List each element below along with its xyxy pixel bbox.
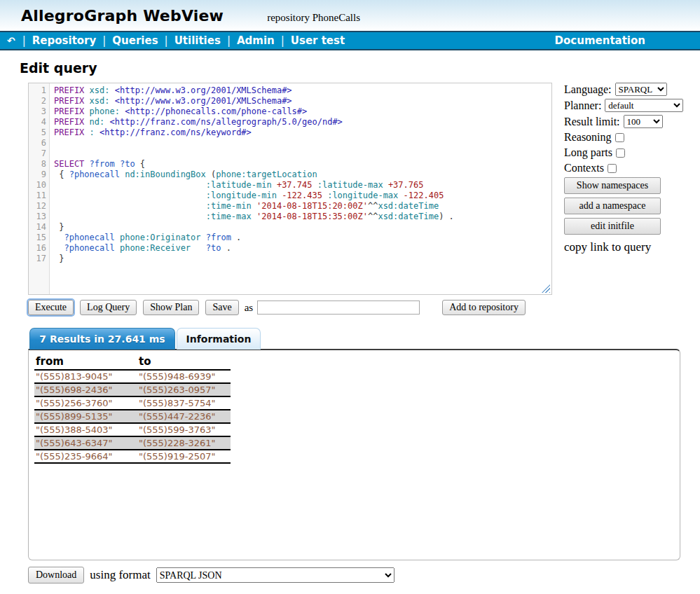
column-header-from: from: [34, 354, 137, 370]
code-line: PREFIX nd: <http://franz.com/ns/allegrog…: [54, 117, 454, 127]
format-label: using format: [90, 568, 150, 582]
show-namespaces-button[interactable]: Show namespaces: [564, 177, 661, 194]
result-cell: "(555)948-6939": [137, 370, 231, 383]
planner-label: Planner:: [564, 99, 601, 112]
line-number: 10: [29, 180, 46, 191]
code-line: :time-min '2014-08-18T15:20:00Z'^^xsd:da…: [54, 201, 454, 212]
result-row: "(555)813-9045""(555)948-6939": [34, 370, 231, 383]
nav-separator: |: [102, 34, 106, 47]
code-line: ?phonecall phone:Originator ?from .: [54, 233, 454, 243]
result-cell: "(555)813-9045": [34, 370, 137, 383]
line-number: 12: [29, 201, 46, 212]
result-cell: "(555)228-3261": [137, 436, 231, 450]
nav-separator: |: [22, 34, 26, 47]
namespace-buttons: Show namespacesadd a namespaceedit initf…: [564, 177, 699, 235]
nav-item-user-test[interactable]: User test: [291, 34, 345, 47]
reasoning-label: Reasoning: [564, 131, 612, 144]
code-line: :time-max '2014-08-18T15:35:00Z'^^xsd:da…: [54, 212, 454, 222]
result-cell: "(555)599-3763": [137, 423, 231, 436]
result-limit-select[interactable]: 100: [624, 115, 663, 128]
log-query-button[interactable]: Log Query: [80, 300, 137, 315]
format-select[interactable]: SPARQL JSON: [156, 567, 394, 583]
result-cell: "(555)256-3760": [34, 396, 137, 410]
result-cell: "(555)899-5135": [34, 410, 137, 423]
line-number: 1: [29, 85, 46, 96]
query-editor[interactable]: 1234567891011121314151617 PREFIX xsd: <h…: [28, 83, 552, 295]
result-row: "(555)235-9664""(555)919-2507": [34, 450, 231, 463]
contexts-label: Contexts: [564, 162, 604, 174]
line-number: 9: [29, 170, 46, 180]
result-cell: "(555)919-2507": [137, 450, 231, 463]
nav-separator: |: [227, 34, 231, 47]
line-number: 17: [29, 254, 46, 264]
result-cell: "(555)263-0957": [137, 383, 231, 396]
nav-items: Repository|Queries|Utilities|Admin|User …: [32, 34, 345, 47]
editor-line-numbers: 1234567891011121314151617: [29, 83, 50, 294]
result-cell: "(555)447-2236": [137, 410, 231, 423]
nav-item-utilities[interactable]: Utilities: [174, 34, 221, 47]
result-row: "(555)388-5403""(555)599-3763": [34, 423, 231, 436]
page-title: Edit query: [20, 60, 700, 76]
line-number: 5: [29, 127, 46, 138]
contexts-checkbox[interactable]: [608, 164, 617, 173]
nav-separator: |: [165, 34, 168, 47]
code-line: SELECT ?from ?to {: [54, 159, 454, 170]
line-number: 13: [29, 212, 46, 222]
code-line: PREFIX : <http://franz.com/ns/keyword#>: [54, 127, 454, 138]
editor-code[interactable]: PREFIX xsd: <http://www.w3.org/2001/XMLS…: [50, 83, 454, 294]
reasoning-checkbox[interactable]: [615, 133, 624, 142]
result-limit-label: Result limit:: [564, 116, 620, 128]
results-panel: fromto "(555)813-9045""(555)948-6939""(5…: [28, 349, 680, 560]
long-parts-checkbox[interactable]: [616, 148, 625, 158]
option-checkboxes: Reasoning Long parts Contexts: [564, 131, 699, 174]
line-number: 8: [29, 159, 46, 170]
resize-grip-icon[interactable]: [542, 284, 550, 293]
save-name-input[interactable]: [257, 301, 420, 315]
planner-select[interactable]: default: [605, 99, 683, 112]
result-cell: "(555)388-5403": [34, 423, 137, 436]
tab-information[interactable]: Information: [177, 328, 261, 350]
code-line: }: [54, 254, 454, 264]
repository-label: repository PhoneCalls: [267, 12, 360, 24]
line-number: 15: [29, 233, 46, 243]
line-number: 16: [29, 243, 46, 254]
result-row: "(555)256-3760""(555)837-5754": [34, 396, 231, 410]
line-number: 6: [29, 138, 46, 148]
language-label: Language:: [564, 83, 612, 96]
code-line: ?phonecall phone:Receiver ?to .: [54, 243, 454, 254]
editor-row: 1234567891011121314151617 PREFIX xsd: <h…: [28, 83, 700, 295]
app-header: AllegroGraph WebView repository PhoneCal…: [0, 0, 700, 31]
nav-item-admin[interactable]: Admin: [237, 34, 275, 47]
copy-link-to-query[interactable]: copy link to query: [564, 240, 651, 254]
line-number: 11: [29, 191, 46, 201]
main-nav: ↶ | Repository|Queries|Utilities|Admin|U…: [0, 31, 700, 50]
query-actions: Execute Log Query Show Plan Save as Add …: [28, 299, 700, 316]
show-plan-button[interactable]: Show Plan: [143, 300, 199, 315]
result-row: "(555)698-2436""(555)263-0957": [34, 383, 231, 396]
nav-item-queries[interactable]: Queries: [112, 34, 158, 47]
download-button[interactable]: Download: [28, 567, 84, 583]
edit-initfile-button[interactable]: edit initfile: [564, 218, 661, 235]
language-select[interactable]: SPARQL: [615, 83, 667, 96]
line-number: 3: [29, 106, 46, 117]
save-button[interactable]: Save: [205, 300, 238, 315]
line-number: 4: [29, 117, 46, 127]
execute-button[interactable]: Execute: [28, 300, 74, 315]
tab-results[interactable]: 7 Results in 27.641 ms: [29, 328, 175, 350]
line-number: 7: [29, 148, 46, 159]
result-row: "(555)899-5135""(555)447-2236": [34, 410, 231, 423]
results-table: fromto "(555)813-9045""(555)948-6939""(5…: [34, 354, 231, 464]
nav-item-repository[interactable]: Repository: [32, 34, 97, 47]
code-line: { ?phonecall nd:inBoundingBox (phone:tar…: [54, 170, 454, 180]
add-to-repository-button[interactable]: Add to repository: [442, 300, 526, 315]
code-line: }: [54, 222, 454, 233]
code-line: :latitude-min +37.745 :latitude-max +37.…: [54, 180, 454, 191]
back-icon[interactable]: ↶: [7, 35, 15, 46]
code-line: PREFIX xsd: <http://www.w3.org/2001/XMLS…: [54, 85, 454, 96]
result-cell: "(555)698-2436": [34, 383, 137, 396]
add-a-namespace-button[interactable]: add a namespace: [564, 198, 661, 214]
save-as-label: as: [245, 302, 254, 314]
query-options-panel: Language: SPARQL Planner: default Result…: [564, 83, 699, 295]
code-line: [54, 148, 454, 159]
nav-item-documentation[interactable]: Documentation: [555, 34, 645, 47]
